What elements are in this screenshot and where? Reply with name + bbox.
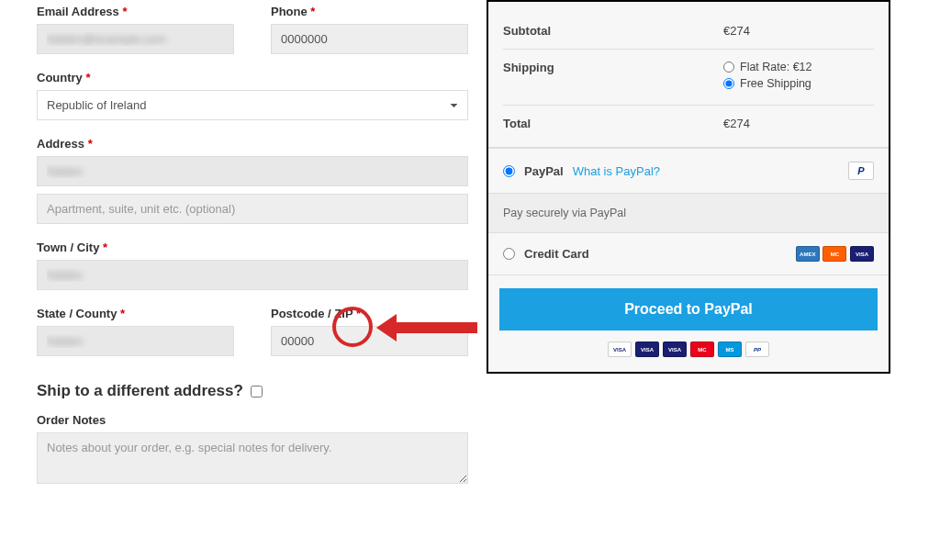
total-label: Total	[503, 117, 723, 130]
address-label: Address *	[37, 137, 468, 151]
total-row: Total €274	[503, 106, 874, 141]
visa-icon: VISA	[850, 246, 874, 262]
subtotal-row: Subtotal €274	[503, 13, 874, 50]
address1-field[interactable]	[37, 156, 468, 186]
phone-label: Phone *	[271, 5, 468, 18]
amex-icon: AMEX	[796, 246, 820, 262]
ship-different-checkbox[interactable]	[251, 386, 263, 398]
visa-debit-icon: VISA	[635, 342, 659, 357]
email-label: Email Address *	[37, 5, 234, 18]
mastercard-icon: MC	[690, 342, 714, 357]
payment-option-paypal[interactable]: PayPal What is PayPal?	[488, 149, 889, 194]
shipping-option-free[interactable]: Free Shipping	[723, 77, 812, 90]
paypal-label: PayPal	[524, 164, 564, 178]
shipping-radio-free[interactable]	[723, 78, 734, 89]
payment-option-credit-card[interactable]: Credit Card AMEX MC VISA	[488, 233, 889, 275]
shipping-row: Shipping Flat Rate: €12 Free Shipping	[503, 50, 874, 106]
total-value: €274	[723, 117, 750, 130]
cc-icons: AMEX MC VISA	[796, 246, 874, 262]
paypal-icon	[848, 162, 874, 180]
subtotal-label: Subtotal	[503, 24, 723, 38]
subtotal-value: €274	[723, 24, 750, 38]
credit-card-radio[interactable]	[503, 248, 515, 260]
credit-card-label: Credit Card	[524, 247, 589, 261]
state-label: State / County *	[37, 307, 234, 320]
what-is-paypal-link[interactable]: What is PayPal?	[573, 164, 660, 178]
ship-different-heading: Ship to a different address?	[37, 382, 468, 400]
country-label: Country *	[37, 71, 468, 84]
state-field[interactable]	[37, 326, 234, 356]
order-notes-label: Order Notes	[37, 413, 468, 427]
city-label: Town / City *	[37, 241, 468, 254]
visa-icon: VISA	[608, 342, 632, 357]
mastercard-icon: MC	[822, 246, 846, 262]
billing-form: Email Address * Phone * Country * Republ…	[0, 0, 487, 505]
paypal-card-icon: PP	[745, 342, 769, 357]
accepted-cards-icons: VISA VISA VISA MC MS PP	[499, 342, 878, 357]
postcode-label: Postcode / ZIP *	[271, 307, 468, 320]
shipping-label: Shipping	[503, 61, 723, 74]
phone-field[interactable]	[271, 24, 468, 54]
paypal-radio[interactable]	[503, 165, 515, 177]
proceed-to-paypal-button[interactable]: Proceed to PayPal	[499, 288, 878, 330]
email-field[interactable]	[37, 24, 234, 54]
visa-electron-icon: VISA	[663, 342, 687, 357]
postcode-field[interactable]	[271, 326, 468, 356]
order-summary-box: Subtotal €274 Shipping Flat Rate: €12 Fr…	[487, 0, 890, 374]
country-select[interactable]: Republic of Ireland	[37, 90, 468, 120]
address2-field[interactable]	[37, 194, 468, 224]
shipping-option-flat[interactable]: Flat Rate: €12	[723, 61, 812, 73]
order-notes-field[interactable]	[37, 432, 468, 484]
maestro-icon: MS	[718, 342, 742, 357]
paypal-description: Pay securely via PayPal	[488, 194, 889, 233]
city-field[interactable]	[37, 260, 468, 290]
payment-section: PayPal What is PayPal? Pay securely via …	[488, 147, 889, 372]
shipping-radio-flat[interactable]	[723, 62, 734, 73]
